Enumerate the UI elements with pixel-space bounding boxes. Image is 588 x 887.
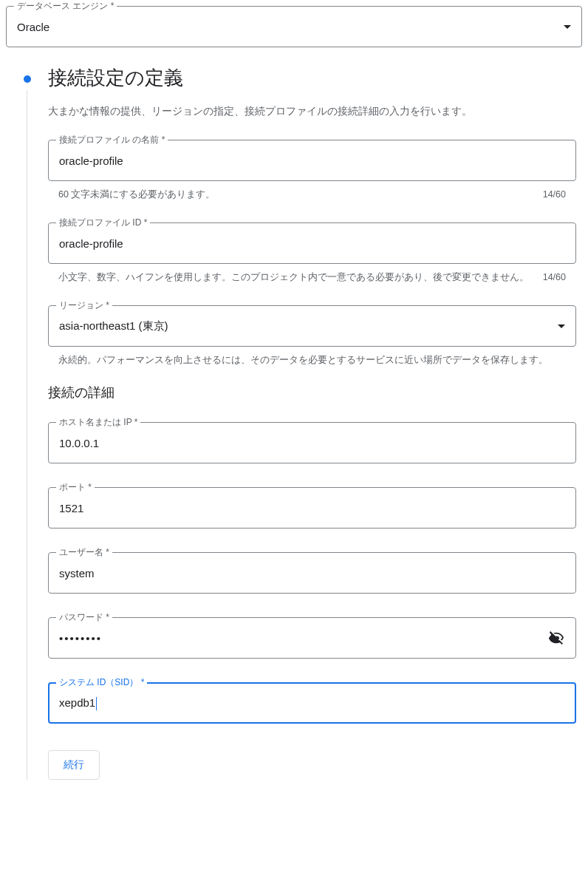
username-input[interactable] — [59, 567, 565, 580]
section-description: 大まかな情報の提供、リージョンの指定、接続プロファイルの接続詳細の入力を行います… — [48, 103, 576, 119]
password-label: パスワード * — [56, 611, 112, 624]
username-label: ユーザー名 * — [56, 546, 112, 559]
profile-id-label: 接続プロファイル ID * — [56, 217, 150, 229]
region-value: asia-northeast1 (東京) — [59, 319, 558, 333]
port-label: ポート * — [56, 481, 95, 494]
host-input[interactable] — [59, 437, 565, 449]
database-engine-select[interactable]: データベース エンジン * Oracle — [6, 6, 582, 47]
sid-input[interactable]: xepdb1 — [59, 696, 565, 710]
sid-field[interactable]: システム ID（SID） * xepdb1 — [48, 682, 576, 724]
connection-details-heading: 接続の詳細 — [48, 384, 576, 401]
host-field[interactable]: ホスト名または IP * — [48, 422, 576, 463]
profile-id-helper: 小文字、数字、ハイフンを使用します。このプロジェクト内で一意である必要があり、後… — [58, 270, 531, 285]
database-engine-label: データベース エンジン * — [14, 0, 117, 13]
region-label: リージョン * — [56, 299, 112, 312]
region-helper: 永続的。パフォーマンスを向上させるには、そのデータを必要とするサービスに近い場所… — [58, 353, 566, 367]
section-title: 接続設定の定義 — [48, 65, 576, 91]
profile-id-field[interactable]: 接続プロファイル ID * — [48, 222, 576, 264]
region-select[interactable]: リージョン * asia-northeast1 (東京) — [48, 305, 576, 347]
port-input[interactable] — [59, 502, 565, 514]
sid-label: システム ID（SID） * — [56, 676, 147, 689]
profile-id-input[interactable] — [59, 237, 565, 250]
password-value: •••••••• — [59, 632, 548, 645]
chevron-down-icon — [558, 324, 565, 328]
visibility-off-icon[interactable] — [548, 629, 565, 647]
port-field[interactable]: ポート * — [48, 487, 576, 529]
profile-name-label: 接続プロファイル の名前 * — [56, 134, 168, 146]
chevron-down-icon — [564, 25, 571, 29]
profile-name-counter: 14/60 — [543, 187, 566, 202]
username-field[interactable]: ユーザー名 * — [48, 552, 576, 594]
profile-name-field[interactable]: 接続プロファイル の名前 * — [48, 140, 576, 181]
password-field[interactable]: パスワード * •••••••• — [48, 617, 576, 659]
step-bullet-icon — [24, 75, 31, 83]
continue-button[interactable]: 続行 — [48, 750, 100, 780]
host-label: ホスト名または IP * — [56, 416, 140, 429]
profile-name-input[interactable] — [59, 154, 565, 167]
profile-name-helper: 60 文字未満にする必要があります。 — [58, 187, 531, 202]
profile-id-counter: 14/60 — [543, 270, 566, 285]
database-engine-value: Oracle — [17, 21, 564, 33]
